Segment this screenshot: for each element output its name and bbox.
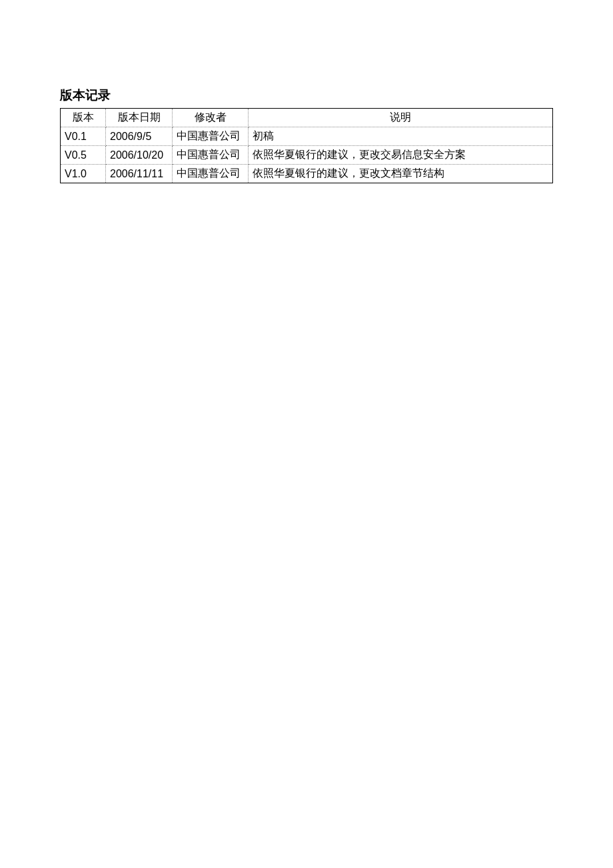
cell-version: V1.0 bbox=[61, 165, 106, 183]
header-date: 版本日期 bbox=[106, 109, 173, 127]
header-description: 说明 bbox=[249, 109, 553, 127]
header-version: 版本 bbox=[61, 109, 106, 127]
table-row: V0.1 2006/9/5 中国惠普公司 初稿 bbox=[61, 127, 553, 146]
cell-description: 初稿 bbox=[249, 127, 553, 146]
cell-description: 依照华夏银行的建议，更改交易信息安全方案 bbox=[249, 146, 553, 165]
cell-date: 2006/10/20 bbox=[106, 146, 173, 165]
cell-date: 2006/11/11 bbox=[106, 165, 173, 183]
table-row: V1.0 2006/11/11 中国惠普公司 依照华夏银行的建议，更改文档章节结… bbox=[61, 165, 553, 183]
cell-version: V0.5 bbox=[61, 146, 106, 165]
cell-modifier: 中国惠普公司 bbox=[173, 146, 249, 165]
table-header-row: 版本 版本日期 修改者 说明 bbox=[61, 109, 553, 127]
cell-date: 2006/9/5 bbox=[106, 127, 173, 146]
cell-modifier: 中国惠普公司 bbox=[173, 165, 249, 183]
header-modifier: 修改者 bbox=[173, 109, 249, 127]
cell-description: 依照华夏银行的建议，更改文档章节结构 bbox=[249, 165, 553, 183]
document-page: 版本记录 版本 版本日期 修改者 说明 V0.1 2006/9/5 中国惠普公司… bbox=[0, 0, 613, 183]
cell-modifier: 中国惠普公司 bbox=[173, 127, 249, 146]
cell-version: V0.1 bbox=[61, 127, 106, 146]
table-row: V0.5 2006/10/20 中国惠普公司 依照华夏银行的建议，更改交易信息安… bbox=[61, 146, 553, 165]
section-title: 版本记录 bbox=[60, 87, 553, 104]
version-history-table: 版本 版本日期 修改者 说明 V0.1 2006/9/5 中国惠普公司 初稿 V… bbox=[60, 108, 553, 183]
